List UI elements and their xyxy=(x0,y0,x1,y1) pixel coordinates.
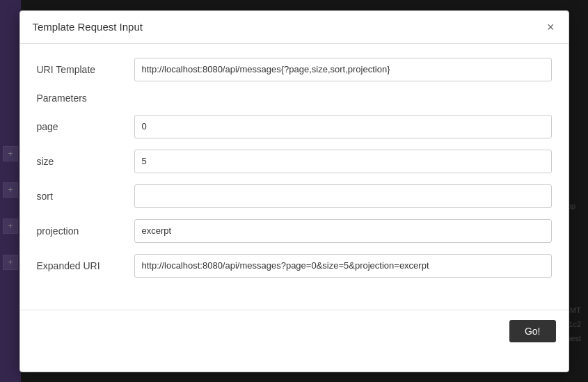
sort-input[interactable] xyxy=(134,184,552,208)
size-input[interactable] xyxy=(134,150,552,173)
size-row: size xyxy=(37,150,552,173)
sort-label: sort xyxy=(37,191,134,202)
expanded-uri-input[interactable] xyxy=(134,254,552,278)
modal-title: Template Request Input xyxy=(33,21,143,33)
expanded-uri-label: Expanded URI xyxy=(37,260,134,271)
expanded-uri-row: Expanded URI xyxy=(37,254,552,278)
parameters-label: Parameters xyxy=(37,93,134,104)
uri-template-row: URI Template xyxy=(37,58,552,81)
go-button[interactable]: Go! xyxy=(509,320,556,342)
uri-template-label: URI Template xyxy=(37,64,134,75)
page-label: page xyxy=(37,121,134,132)
modal-dialog: Template Request Input × URI Template Pa… xyxy=(19,10,569,372)
projection-row: projection xyxy=(37,219,552,243)
sort-row: sort xyxy=(37,184,552,208)
parameters-section: Parameters xyxy=(37,93,552,104)
modal-overlay: Template Request Input × URI Template Pa… xyxy=(0,0,588,382)
modal-header: Template Request Input × xyxy=(20,11,569,44)
modal-close-button[interactable]: × xyxy=(546,21,556,33)
size-label: size xyxy=(37,156,134,167)
modal-footer: Go! xyxy=(20,310,569,352)
uri-template-input[interactable] xyxy=(134,58,552,81)
page-row: page xyxy=(37,115,552,138)
projection-input[interactable] xyxy=(134,219,552,243)
page-input[interactable] xyxy=(134,115,552,138)
modal-body: URI Template Parameters page size sort xyxy=(20,44,569,303)
projection-label: projection xyxy=(37,225,134,237)
